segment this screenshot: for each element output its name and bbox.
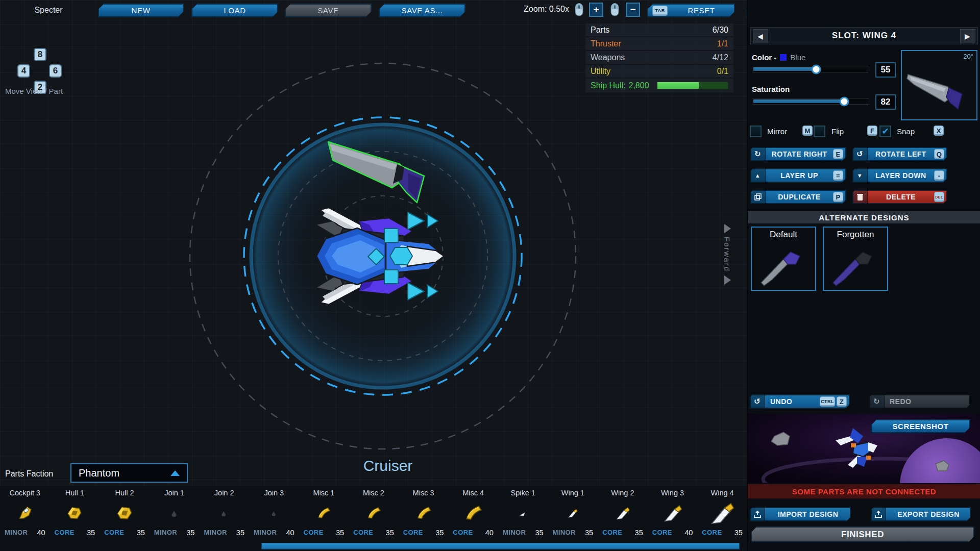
export-design-button[interactable]: EXPORT DESIGN: [871, 507, 971, 521]
zoom-in-button[interactable]: +: [589, 3, 603, 17]
rotate-left-keycap: Q: [934, 149, 944, 159]
stat-row: Weapons4/12: [585, 51, 733, 64]
layer-down-button[interactable]: ▼ LAYER DOWN -: [852, 168, 947, 183]
zoom-out-button[interactable]: −: [626, 3, 640, 17]
screenshot-button[interactable]: SCREENSHOT: [871, 419, 970, 433]
color-value-box[interactable]: 55: [875, 62, 896, 78]
snap-checkbox[interactable]: ✔: [879, 126, 891, 137]
stat-label: Weapons: [591, 53, 625, 62]
flip-checkbox[interactable]: [814, 126, 825, 137]
import-icon: [750, 507, 765, 521]
parts-strip: Cockpit 3 MINOR40 Hull 1 CORE35 Hull 2 C…: [0, 486, 747, 551]
layer-up-button[interactable]: ▲ LAYER UP =: [750, 168, 846, 183]
flip-label: Flip: [831, 127, 844, 136]
part-counters: Parts6/30 Thruster1/1 Weapons4/12 Utilit…: [585, 23, 733, 92]
flip-keycap: F: [867, 126, 877, 136]
saturation-slider-fill: [753, 99, 845, 103]
part-item[interactable]: Wing 3 CORE40: [648, 486, 698, 551]
design-thumbnail: [824, 240, 887, 289]
stat-value: 6/30: [713, 26, 728, 35]
wing-part-image: [902, 51, 976, 119]
part-item[interactable]: Join 3 MINOR40: [249, 486, 299, 551]
part-item[interactable]: Join 2 MINOR35: [199, 486, 249, 551]
saturation-value-box[interactable]: 82: [875, 94, 896, 110]
zoom-level-label: Zoom: 0.50x: [513, 5, 569, 14]
undo-button[interactable]: ↺ UNDO CTRL Z: [750, 394, 850, 409]
saturation-slider-knob[interactable]: [840, 96, 849, 106]
reset-button[interactable]: TAB RESET: [647, 4, 735, 17]
stat-label: Parts: [591, 26, 609, 35]
undo-label: UNDO: [765, 397, 820, 406]
faction-dropdown[interactable]: Phantom: [70, 463, 188, 483]
save-button[interactable]: SAVE: [285, 4, 372, 17]
hull-bar: [657, 82, 728, 89]
export-icon: [871, 507, 886, 521]
design-tile-default[interactable]: Default: [751, 227, 816, 291]
part-item[interactable]: Misc 4 CORE40: [448, 486, 498, 551]
part-item[interactable]: Misc 2 CORE35: [349, 486, 399, 551]
part-item[interactable]: Cockpit 3 MINOR40: [0, 486, 50, 551]
part-item[interactable]: Hull 2 CORE35: [100, 486, 150, 551]
load-button[interactable]: LOAD: [191, 4, 278, 17]
wing-part-icon: [615, 505, 631, 521]
part-item[interactable]: Join 1 MINOR35: [150, 486, 200, 551]
slot-next-button[interactable]: ▶: [960, 29, 975, 43]
layer-up-keycap: =: [833, 170, 843, 181]
stat-label: Utility: [591, 67, 610, 76]
new-button[interactable]: NEW: [98, 4, 184, 17]
part-item[interactable]: Wing 2 CORE35: [598, 486, 648, 551]
part-item[interactable]: Spike 1 MINOR35: [498, 486, 548, 551]
rotate-left-button[interactable]: ↺ ROTATE LEFT Q: [852, 147, 947, 161]
save-as-button[interactable]: SAVE AS...: [379, 4, 465, 17]
saturation-slider[interactable]: [752, 98, 869, 105]
warning-banner: SOME PARTS ARE NOT CONNECTED: [748, 484, 980, 498]
duplicate-button[interactable]: DUPLICATE P: [750, 190, 846, 204]
slot-prev-button[interactable]: ◀: [753, 29, 768, 43]
design-thumbnail: [752, 240, 815, 289]
spike-part-icon: [518, 508, 529, 519]
delete-keycap: DEL: [934, 192, 944, 202]
forward-indicator: Forward: [723, 220, 731, 288]
forward-arrow-icon: [724, 276, 731, 285]
part-item[interactable]: Wing 1 MINOR35: [548, 486, 598, 551]
alternate-designs-header: ALTERNATE DESIGNS: [748, 211, 980, 223]
snap-keycap: X: [934, 126, 944, 136]
misc-part-icon: [414, 504, 433, 523]
rotate-right-button[interactable]: ↻ ROTATE RIGHT E: [750, 147, 846, 161]
layer-down-keycap: -: [934, 170, 944, 181]
z-keycap: Z: [837, 396, 847, 407]
mirror-checkbox[interactable]: [750, 126, 762, 137]
design-tile-forgotten[interactable]: Forgotten: [823, 227, 888, 291]
saturation-label: Saturation: [752, 85, 790, 93]
parts-faction-label: Parts Faction: [5, 469, 53, 479]
stat-row: Thruster1/1: [585, 37, 733, 50]
delete-button[interactable]: DELETE DEL: [852, 190, 947, 204]
misc-part-icon: [315, 505, 332, 522]
part-item-selected[interactable]: Wing 4 CORE35: [697, 486, 747, 551]
hull-bar-fill: [657, 82, 699, 89]
editor-side-panel: ◀ SLOT: WING 4 ▶ Color - Blue 55 Saturat…: [747, 0, 980, 551]
key-right-6: 6: [49, 64, 62, 78]
finished-button[interactable]: FINISHED: [751, 527, 974, 542]
duplicate-icon: [750, 190, 766, 204]
color-slider[interactable]: [752, 66, 869, 72]
layer-down-label: LAYER DOWN: [868, 171, 934, 180]
key-left-4: 4: [17, 64, 30, 78]
mirror-keycap: M: [802, 126, 813, 136]
misc-part-icon: [462, 502, 484, 524]
snap-label: Snap: [897, 127, 915, 136]
hull-part-icon: [115, 504, 134, 523]
parts-scrollbar[interactable]: [261, 543, 740, 549]
part-item[interactable]: Misc 1 CORE35: [299, 486, 349, 551]
color-slider-knob[interactable]: [812, 64, 821, 74]
undo-icon: ↺: [750, 394, 765, 409]
cockpit-part-icon: [16, 504, 34, 522]
part-item[interactable]: Hull 1 CORE35: [50, 486, 100, 551]
join-part-icon: [168, 507, 181, 520]
redo-button[interactable]: ↻ REDO: [869, 394, 970, 409]
rotate-right-label: ROTATE RIGHT: [766, 150, 833, 158]
key-up-8: 8: [34, 48, 46, 61]
import-design-button[interactable]: IMPORT DESIGN: [750, 507, 851, 521]
part-item[interactable]: Misc 3 CORE35: [399, 486, 449, 551]
rotate-left-label: ROTATE LEFT: [868, 150, 934, 158]
